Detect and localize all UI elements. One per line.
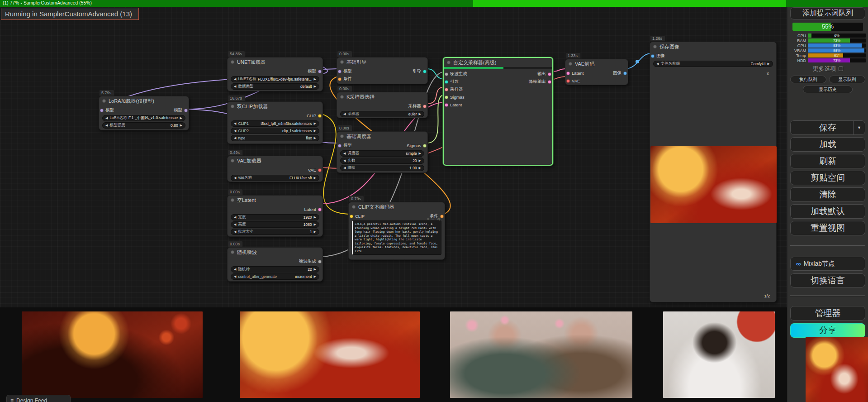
node-lora-loader[interactable]: 5.79sLoRA加载器(仅模型)模型模型 ◀ LoRA名称 F.1-_中国风_… (99, 96, 189, 130)
widget-left-arrow-icon[interactable]: ◀ (105, 124, 108, 127)
node-canvas[interactable]: 5.79sLoRA加载器(仅模型)模型模型 ◀ LoRA名称 F.1-_中国风_… (0, 7, 868, 307)
collapse-dot-icon[interactable] (569, 62, 572, 66)
node-title[interactable]: 随机噪波 (228, 248, 323, 257)
widget-left-arrow-icon[interactable]: ◀ (234, 215, 236, 219)
node-random-noise[interactable]: 0.00s随机噪波噪波生成 ◀ 随机种 22 ▶ ◀ control_after… (227, 247, 323, 282)
widget-left-arrow-icon[interactable]: ◀ (656, 62, 659, 66)
widget-left-arrow-icon[interactable]: ◀ (234, 122, 236, 125)
node-title[interactable]: 基础引导 (337, 57, 427, 67)
widget-left-arrow-icon[interactable]: ◀ (343, 166, 346, 170)
queue-prompt-button[interactable]: 添加提示词队列 (790, 7, 865, 19)
node-title[interactable]: VAE解码 (565, 59, 628, 68)
widget-right-arrow-icon[interactable]: ▶ (314, 215, 316, 219)
node-ksampler-select[interactable]: 0.00sK采样器选择采样器 ◀ 采样器 euler ▶ (337, 92, 428, 118)
save-dropdown-icon[interactable]: ▼ (853, 121, 865, 134)
widget-right-arrow-icon[interactable]: ▶ (419, 159, 421, 163)
switch-language-button[interactable]: 切换语言 (790, 273, 865, 287)
widget-right-arrow-icon[interactable]: ▶ (314, 223, 316, 226)
widget-right-arrow-icon[interactable]: ▶ (768, 62, 770, 66)
input-port-引导[interactable]: 引导 (445, 79, 459, 85)
widget-left-arrow-icon[interactable]: ◀ (343, 112, 346, 116)
gallery-image-two-hanfu-girls-blossoms[interactable] (450, 311, 632, 398)
close-icon[interactable]: x (767, 71, 769, 76)
widget-随机种[interactable]: ◀ 随机种 22 ▶ (231, 266, 319, 273)
output-port-VAE[interactable]: VAE (308, 168, 322, 172)
widget-right-arrow-icon[interactable]: ▶ (314, 268, 316, 271)
node-title[interactable]: VAE加载器 (228, 156, 323, 165)
node-vae-decode[interactable]: 1.33sVAE解码Latent图像VAE (565, 59, 628, 85)
mixlab-nodes-button[interactable]: ∞ Mixlab节点 (790, 257, 865, 271)
node-dual-clip-loader[interactable]: 16.67s双CLIP加载器CLIP ◀ CLIP1 t5xxl_fp8_e4m… (227, 101, 323, 144)
widget-left-arrow-icon[interactable]: ◀ (105, 116, 108, 120)
gallery-image-red-hanfu-rabbit-lanterns[interactable] (22, 311, 203, 398)
widget-right-arrow-icon[interactable]: ▶ (419, 166, 421, 170)
widget-CLIP2[interactable]: ◀ CLIP2 clip_l.safetensors ▶ (231, 128, 319, 134)
widget-left-arrow-icon[interactable]: ◀ (234, 129, 236, 133)
node-title[interactable]: 保存图像 (650, 42, 776, 51)
widget-right-arrow-icon[interactable]: ▶ (314, 122, 316, 125)
node-empty-latent[interactable]: 0.00s空LatentLatent ◀ 宽度 1920 ▶ ◀ 高度 1080… (227, 195, 323, 237)
widget-vae名称[interactable]: ◀ vae名称 FLUX1/ae.sft ▶ (231, 175, 319, 181)
input-port-VAE[interactable]: VAE (566, 78, 580, 83)
collapse-dot-icon[interactable] (231, 198, 234, 202)
clipspace-button[interactable]: 剪贴空间 (790, 171, 865, 185)
output-port-模型[interactable]: 模型 (308, 68, 322, 74)
output-port-采样器[interactable]: 采样器 (408, 103, 427, 109)
widget-right-arrow-icon[interactable]: ▶ (314, 230, 316, 234)
clear-button[interactable]: 清除 (790, 187, 865, 202)
widget-left-arrow-icon[interactable]: ◀ (234, 77, 236, 81)
node-title[interactable]: CLIP文本编码器 (349, 202, 445, 211)
widget-type[interactable]: ◀ type flux ▶ (231, 135, 319, 141)
prompt-textarea[interactable]: JZCX,A peaceful Mid-Autumn Festival scen… (352, 220, 441, 255)
output-port-图像[interactable]: 图像 (613, 70, 627, 76)
output-port-噪波生成[interactable]: 噪波生成 (299, 258, 322, 264)
gallery-image-blonde-red-hanfu-moon[interactable] (240, 311, 420, 398)
refresh-button[interactable]: 刷新 (790, 154, 865, 168)
input-port-Latent[interactable]: Latent (445, 102, 462, 107)
more-options-row[interactable]: 更多选项 (813, 65, 843, 73)
input-port-条件[interactable]: 条件 (338, 76, 352, 82)
widget-文件名前缀[interactable]: ◀ 文件名前缀 ComfyUI ▶ (653, 61, 773, 67)
widget-宽度[interactable]: ◀ 宽度 1920 ▶ (231, 214, 319, 220)
collapse-dot-icon[interactable] (231, 105, 234, 108)
widget-高度[interactable]: ◀ 高度 1080 ▶ (231, 221, 319, 228)
widget-left-arrow-icon[interactable]: ◀ (234, 136, 236, 140)
widget-left-arrow-icon[interactable]: ◀ (343, 152, 346, 155)
widget-步数[interactable]: ◀ 步数 20 ▶ (340, 158, 424, 164)
input-port-Sigmas[interactable]: Sigmas (445, 95, 465, 100)
output-port-Latent[interactable]: Latent (304, 207, 322, 212)
manager-button[interactable]: 管理器 (790, 306, 865, 321)
widget-right-arrow-icon[interactable]: ▶ (419, 152, 421, 155)
node-basic-guider[interactable]: 0.00s基础引导模型引导条件 (337, 57, 428, 84)
view-queue-button[interactable]: 显示队列 (829, 76, 865, 83)
collapse-dot-icon[interactable] (447, 61, 451, 64)
view-history-button[interactable]: 显示历史 (803, 86, 853, 93)
collapse-dot-icon[interactable] (102, 99, 106, 103)
widget-right-arrow-icon[interactable]: ▶ (419, 112, 421, 116)
collapse-dot-icon[interactable] (231, 159, 234, 163)
node-unet-loader[interactable]: 54.86sUNET加载器模型 ◀ UNET名称 FLUX1/flux1-dev… (227, 57, 323, 91)
widget-降噪[interactable]: ◀ 降噪 1.00 ▶ (340, 165, 424, 171)
widget-调度器[interactable]: ◀ 调度器 simple ▶ (340, 150, 424, 157)
wire-image-reroute-dot[interactable] (636, 60, 639, 63)
collapse-dot-icon[interactable] (231, 250, 234, 254)
load-default-button[interactable]: 加载默认 (790, 204, 865, 219)
node-title[interactable]: 自定义采样器(高级) (444, 58, 552, 67)
node-sampler-custom-advanced[interactable]: 自定义采样器(高级)噪波生成输出引导降噪输出采样器SigmasLatent (443, 57, 553, 166)
widget-left-arrow-icon[interactable]: ◀ (234, 275, 236, 278)
more-options-checkbox[interactable] (839, 67, 843, 71)
output-port-输出[interactable]: 输出 (537, 71, 551, 77)
input-port-Latent[interactable]: Latent (566, 71, 583, 76)
node-image-preview[interactable] (650, 146, 777, 223)
widget-left-arrow-icon[interactable]: ◀ (234, 176, 236, 180)
load-button[interactable]: 加载 (790, 137, 865, 152)
collapse-dot-icon[interactable] (231, 60, 234, 64)
gallery-image-white-dress-red-umbrella[interactable] (663, 311, 775, 398)
share-button[interactable]: 分享 (790, 323, 865, 338)
widget-right-arrow-icon[interactable]: ▶ (314, 176, 316, 180)
node-vae-loader[interactable]: 0.49sVAE加载器VAE ◀ vae名称 FLUX1/ae.sft ▶ (227, 156, 323, 182)
input-port-模型[interactable]: 模型 (100, 107, 114, 113)
output-port-Sigmas[interactable]: Sigmas (407, 143, 427, 148)
node-title[interactable]: 空Latent (228, 196, 323, 205)
run-queue-button[interactable]: 执行队列 (790, 76, 826, 83)
